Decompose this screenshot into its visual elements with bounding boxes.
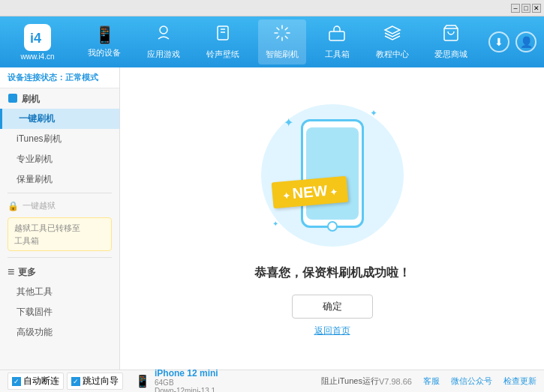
logo-icon: i4 (24, 24, 51, 51)
divider-2 (8, 257, 112, 258)
title-bar: – □ ✕ (0, 0, 544, 16)
sparkle-icon-2: ✦ (370, 108, 377, 118)
mall-label: 爱思商城 (434, 49, 467, 60)
device-model: Down-12mini-13.1 (155, 387, 218, 393)
device-info: 📱 iPhone 12 mini 64GB Down-12mini-13.1 (128, 368, 314, 393)
my-device-label: 我的设备 (88, 47, 121, 58)
nav-tutorial[interactable]: 教程中心 (368, 19, 416, 64)
device-icon: 📱 (135, 374, 150, 388)
stop-itunes-btn[interactable]: 阻止iTunes运行 (314, 376, 379, 387)
nav-ringtone[interactable]: 铃声壁纸 (199, 19, 247, 64)
version-label: V7.98.66 (379, 377, 412, 386)
svg-text:i4: i4 (30, 31, 41, 46)
nav-my-device[interactable]: 📱 我的设备 (80, 21, 128, 63)
status-label: 设备连接状态： (8, 73, 65, 82)
sidebar-item-pro-flash[interactable]: 专业刷机 (0, 149, 119, 169)
phone-body (301, 119, 364, 228)
sidebar-item-download-firmware[interactable]: 下载固件 (0, 302, 119, 322)
device-name: iPhone 12 mini (155, 368, 218, 379)
sidebar-item-save-flash[interactable]: 保量刷机 (0, 169, 119, 190)
app-game-icon (155, 24, 173, 46)
close-btn[interactable]: ✕ (532, 4, 541, 13)
svg-point-2 (160, 26, 167, 34)
phone-home-button (327, 221, 338, 232)
toolbox-label: 工具箱 (325, 49, 350, 60)
svg-rect-3 (218, 26, 228, 40)
nav-toolbox[interactable]: 工具箱 (317, 19, 357, 64)
svg-rect-8 (8, 94, 17, 103)
nav-mall[interactable]: 爱思商城 (427, 19, 475, 64)
sidebar-item-itunes-flash[interactable]: iTunes刷机 (0, 129, 119, 149)
nav-smart-flash[interactable]: 智能刷机 (258, 19, 306, 64)
phone-screen (306, 127, 359, 220)
more-section-title: 更多 (18, 266, 36, 279)
app-game-label: 应用游戏 (147, 49, 180, 60)
ringtone-label: 铃声壁纸 (206, 49, 239, 60)
toolbox-icon (328, 24, 346, 46)
nav-app-game[interactable]: 应用游戏 (140, 19, 188, 64)
success-message: 恭喜您，保资料刷机成功啦！ (254, 265, 410, 281)
header-actions: ⬇ 👤 (488, 31, 536, 52)
sidebar: 设备连接状态：正常模式 刷机 一键刷机 iTunes刷机 专业刷机 保量刷机 🔒… (0, 67, 120, 370)
tutorial-label: 教程中心 (376, 49, 409, 60)
download-btn[interactable]: ⬇ (488, 31, 509, 52)
ringtone-icon (214, 24, 232, 46)
flash-section-icon (8, 93, 18, 106)
auto-close-label: 自动断连 (23, 375, 59, 388)
sparkle-icon-1: ✦ (284, 115, 293, 130)
my-device-icon: 📱 (95, 25, 115, 45)
confirm-button[interactable]: 确定 (292, 295, 373, 319)
more-section-icon: ≡ (8, 265, 14, 279)
sidebar-item-other-tools[interactable]: 其他工具 (0, 282, 119, 302)
sparkle-icon-3: ✦ (272, 220, 278, 228)
checkbox-group: 自动断连 跳过向导 (8, 373, 123, 390)
logo-url: www.i4.cn (20, 52, 54, 61)
flash-section-title: 刷机 (22, 93, 40, 106)
user-btn[interactable]: 👤 (515, 31, 536, 52)
maximize-btn[interactable]: □ (521, 4, 530, 13)
skip-wizard-checkbox[interactable]: 跳过向导 (67, 373, 123, 390)
sidebar-section-flash: 刷机 (0, 88, 119, 109)
main-content: ✦ ✦ ✦ NEW 恭喜您，保资料刷机成功啦！ 确定 返回首页 (120, 67, 544, 370)
smart-flash-label: 智能刷机 (266, 49, 299, 60)
sidebar-section-more: ≡ 更多 (0, 261, 119, 282)
auto-close-checkbox[interactable]: 自动断连 (8, 373, 64, 390)
bottom-right: V7.98.66 客服 微信公众号 检查更新 (379, 376, 536, 387)
header: i4 www.i4.cn 📱 我的设备 应用游戏 (0, 16, 544, 67)
mall-icon (442, 24, 460, 46)
jailbreak-notice: 越狱工具已转移至工具箱 (8, 217, 112, 251)
logo[interactable]: i4 www.i4.cn (8, 24, 68, 61)
minimize-btn[interactable]: – (511, 4, 520, 13)
device-storage: 64GB (155, 379, 218, 387)
nav-bar: 📱 我的设备 应用游戏 铃声壁纸 (75, 19, 481, 64)
go-home-link[interactable]: 返回首页 (314, 325, 350, 337)
sidebar-item-one-key-flash[interactable]: 一键刷机 (0, 109, 119, 129)
sidebar-item-advanced[interactable]: 高级功能 (0, 322, 119, 343)
connection-status: 设备连接状态：正常模式 (0, 67, 119, 88)
wechat-link[interactable]: 微信公众号 (451, 376, 492, 387)
jailbreak-section-title: 一键越狱 (23, 200, 56, 211)
tutorial-icon (383, 24, 401, 46)
service-link[interactable]: 客服 (423, 376, 440, 387)
check-update-link[interactable]: 检查更新 (503, 376, 536, 387)
success-illustration: ✦ ✦ ✦ NEW (257, 100, 407, 250)
bottom-bar: 自动断连 跳过向导 📱 iPhone 12 mini 64GB Down-12m… (0, 370, 544, 392)
smart-flash-icon (273, 24, 291, 46)
divider-1 (8, 193, 112, 193)
svg-rect-6 (329, 31, 344, 40)
bottom-left: 自动断连 跳过向导 (8, 373, 128, 390)
auto-close-check-icon (12, 377, 21, 386)
lock-icon: 🔒 (8, 201, 19, 211)
skip-wizard-label: 跳过向导 (83, 375, 119, 388)
skip-wizard-check-icon (71, 377, 80, 386)
status-value: 正常模式 (65, 73, 98, 82)
device-details-block: iPhone 12 mini 64GB Down-12mini-13.1 (155, 368, 218, 393)
main-layout: 设备连接状态：正常模式 刷机 一键刷机 iTunes刷机 专业刷机 保量刷机 🔒… (0, 67, 544, 370)
sidebar-section-jailbreak: 🔒 一键越狱 (0, 196, 119, 214)
